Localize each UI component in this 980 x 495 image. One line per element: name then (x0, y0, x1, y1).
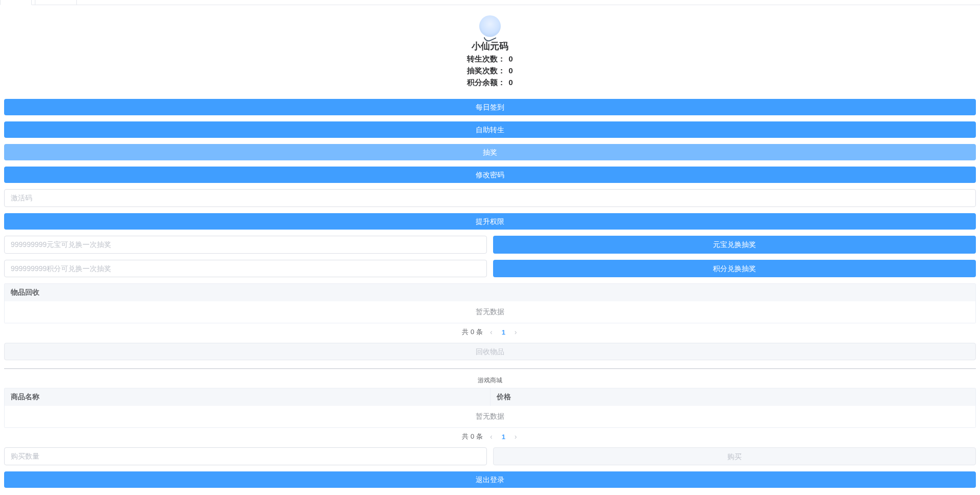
shop-empty: 暂无数据 (5, 406, 975, 427)
shop-col-price: 价格 (491, 388, 976, 406)
profile-name: 小仙元码 (4, 40, 976, 52)
stat-reborn-label: 转生次数： (467, 54, 505, 63)
recycle-col-name: 物品回收 (5, 284, 975, 301)
self-reborn-button[interactable]: 自助转生 (4, 121, 976, 138)
points-exchange-button[interactable]: 积分兑换抽奖 (493, 260, 976, 278)
points-row: 积分兑换抽奖 (4, 260, 976, 278)
recycle-current-page[interactable]: 1 (500, 328, 507, 336)
yuanbao-exchange-button[interactable]: 元宝兑换抽奖 (493, 236, 976, 254)
recycle-prev-page[interactable]: ‹ (489, 328, 494, 336)
page-content: 小仙元码 转生次数：0 抽奖次数：0 积分余额：0 每日签到 自助转生 抽奖 修… (0, 5, 980, 495)
recycle-pagination: 共 0 条 ‹ 1 › (4, 323, 976, 341)
stat-points-label: 积分余额： (467, 78, 505, 87)
buy-button: 购买 (493, 447, 976, 465)
tabs-header[interactable] (0, 0, 980, 5)
stat-points: 积分余额：0 (4, 78, 976, 88)
recycle-table: 物品回收 暂无数据 (4, 283, 976, 323)
shop-next-page[interactable]: › (514, 432, 518, 441)
points-exchange-input[interactable] (4, 260, 487, 278)
recycle-empty: 暂无数据 (5, 301, 975, 323)
stat-reborn: 转生次数：0 (4, 54, 976, 64)
change-password-button[interactable]: 修改密码 (4, 167, 976, 183)
recycle-table-head: 物品回收 (5, 284, 975, 301)
yuanbao-row: 元宝兑换抽奖 (4, 236, 976, 254)
avatar (479, 15, 501, 37)
shop-section-title: 游戏商城 (4, 369, 976, 386)
stat-points-value: 0 (505, 78, 513, 87)
upgrade-privilege-button[interactable]: 提升权限 (4, 213, 976, 230)
buy-qty-input[interactable] (4, 447, 487, 465)
buy-row: 购买 (4, 447, 976, 465)
shop-col-name: 商品名称 (5, 388, 491, 406)
shop-pagination: 共 0 条 ‹ 1 › (4, 428, 976, 445)
stat-reborn-value: 0 (505, 54, 513, 63)
shop-current-page[interactable]: 1 (500, 433, 507, 441)
yuanbao-exchange-input[interactable] (4, 236, 487, 254)
shop-table-head: 商品名称 价格 (5, 388, 975, 406)
shop-table: 商品名称 价格 暂无数据 (4, 388, 976, 428)
recycle-next-page[interactable]: › (514, 328, 518, 336)
lottery-button[interactable]: 抽奖 (4, 144, 976, 160)
shop-total: 共 0 条 (462, 432, 482, 441)
profile-block: 小仙元码 转生次数：0 抽奖次数：0 积分余额：0 (4, 10, 976, 93)
stat-lottery: 抽奖次数：0 (4, 66, 976, 76)
logout-button[interactable]: 退出登录 (4, 471, 976, 488)
stat-lottery-value: 0 (505, 66, 513, 75)
stat-lottery-label: 抽奖次数： (467, 66, 505, 75)
daily-checkin-button[interactable]: 每日签到 (4, 99, 976, 115)
recycle-items-button: 回收物品 (4, 343, 976, 360)
activation-code-input[interactable] (4, 189, 976, 207)
recycle-total: 共 0 条 (462, 327, 482, 337)
shop-prev-page[interactable]: ‹ (489, 432, 494, 441)
